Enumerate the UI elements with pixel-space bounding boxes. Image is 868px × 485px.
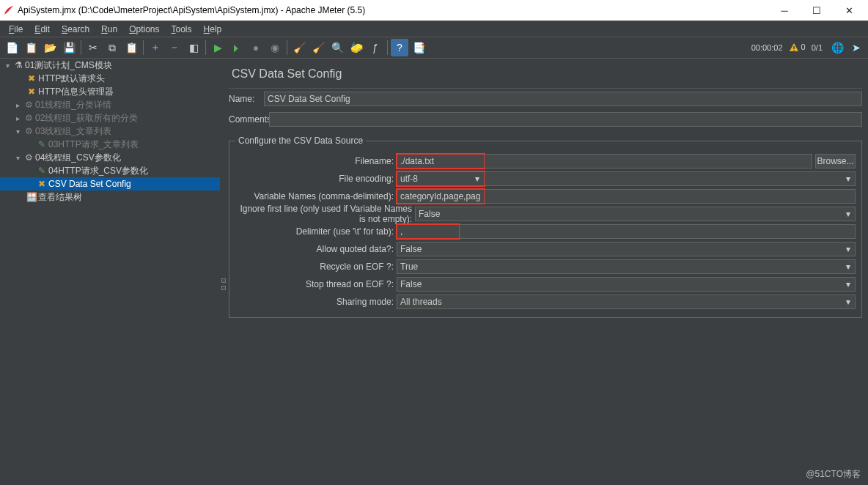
thread-group-icon: ⚙ bbox=[22, 126, 35, 136]
maximize-button[interactable]: ☐ bbox=[801, 0, 833, 21]
sampler-icon: ✎ bbox=[35, 139, 48, 149]
minimize-button[interactable]: ─ bbox=[768, 0, 801, 21]
varnames-field-hl[interactable]: categoryId,page,pageSize bbox=[397, 189, 485, 204]
name-row: Name: bbox=[229, 92, 862, 106]
tree-item[interactable]: 🪟 查看结果树 bbox=[0, 190, 220, 204]
csv-config-group: Configure the CSV Data Source Filename: … bbox=[229, 136, 862, 318]
paste-icon[interactable]: 📋 bbox=[122, 39, 140, 56]
name-input[interactable] bbox=[264, 92, 862, 106]
new-icon[interactable]: 📄 bbox=[3, 39, 21, 56]
menu-help[interactable]: Help bbox=[198, 23, 228, 36]
name-label: Name: bbox=[229, 94, 264, 104]
collapse-icon[interactable]: － bbox=[166, 39, 183, 56]
svg-rect-0 bbox=[793, 46, 794, 49]
stopthread-field[interactable]: False bbox=[397, 277, 856, 292]
function-helper-icon[interactable]: ƒ bbox=[367, 39, 384, 56]
thread-group-icon: ⚙ bbox=[22, 152, 35, 163]
toggle-icon[interactable]: ◧ bbox=[185, 39, 202, 56]
varnames-label: Variable Names (comma-delimited): bbox=[235, 191, 397, 201]
elapsed-time: 00:00:02 bbox=[751, 43, 783, 52]
sampler-icon: ✎ bbox=[35, 166, 48, 176]
config-panel: CSV Data Set Config Name: Comments: Conf… bbox=[226, 59, 868, 485]
encoding-label: File encoding: bbox=[235, 174, 397, 184]
search-tree-icon[interactable]: 🔍 bbox=[328, 39, 346, 56]
expand-icon[interactable]: ＋ bbox=[147, 39, 164, 56]
quoted-field[interactable]: False bbox=[397, 242, 856, 256]
quoted-label: Allow quoted data?: bbox=[235, 244, 397, 254]
cut-icon[interactable]: ✂ bbox=[84, 39, 102, 56]
ignorefirst-label: Ignore first line (only used if Variable… bbox=[235, 204, 415, 224]
recycle-field[interactable]: True bbox=[397, 259, 856, 274]
menu-bar: File Edit Search Run Options Tools Help bbox=[0, 21, 868, 37]
encoding-field-hl[interactable]: utf-8 bbox=[397, 171, 485, 186]
menu-search[interactable]: Search bbox=[56, 23, 95, 36]
delimiter-field-hl[interactable]: , bbox=[397, 224, 460, 239]
comments-row: Comments: bbox=[229, 112, 862, 127]
config-icon: ✖ bbox=[35, 179, 48, 189]
tree-item[interactable]: ✎ 03HTTP请求_文章列表 bbox=[0, 138, 220, 151]
toolbar: 📄 📋 📂 💾 ✂ ⧉ 📋 ＋ － ◧ ▶ ⏵ ● ◉ 🧹 🧹 🔍 🧽 ƒ ? … bbox=[0, 37, 868, 59]
shutdown-icon[interactable]: ◉ bbox=[266, 39, 284, 56]
save-icon[interactable]: 💾 bbox=[60, 39, 78, 56]
arrow-icon[interactable]: ➤ bbox=[847, 39, 865, 56]
comments-label: Comments: bbox=[229, 114, 269, 125]
ignorefirst-field[interactable]: False bbox=[415, 207, 856, 221]
help-icon[interactable]: ? bbox=[391, 39, 408, 56]
window-title: ApiSystem.jmx (D:\Code\JmeterProject\Api… bbox=[18, 5, 365, 15]
menu-edit[interactable]: Edit bbox=[29, 23, 56, 36]
watermark: @51CTO博客 bbox=[806, 468, 861, 481]
sharing-field[interactable]: All threads bbox=[397, 295, 856, 309]
test-plan-tree[interactable]: ▾⚗ 01测试计划_CMS模块 ✖ HTTP默认请求头 ✖ HTTP信息头管理器… bbox=[0, 59, 220, 485]
close-button[interactable]: ✕ bbox=[833, 0, 865, 21]
splitter[interactable] bbox=[220, 59, 226, 485]
start-icon[interactable]: ▶ bbox=[209, 39, 227, 56]
jmeter-feather-icon bbox=[3, 4, 15, 16]
tree-item[interactable]: ✖ HTTP默认请求头 bbox=[0, 72, 220, 85]
open-icon[interactable]: 📂 bbox=[41, 39, 59, 56]
clear-icon[interactable]: 🧹 bbox=[290, 39, 308, 56]
clear-all-icon[interactable]: 🧹 bbox=[309, 39, 327, 56]
templates2-icon[interactable]: 📑 bbox=[410, 39, 427, 56]
stopthread-label: Stop thread on EOF ?: bbox=[235, 279, 397, 289]
templates-icon[interactable]: 📋 bbox=[22, 39, 40, 56]
warnings-indicator[interactable]: 0 bbox=[789, 42, 806, 53]
listener-icon: 🪟 bbox=[25, 192, 38, 202]
tree-root[interactable]: ▾⚗ 01测试计划_CMS模块 bbox=[0, 59, 220, 72]
group-legend: Configure the CSV Data Source bbox=[235, 136, 366, 146]
menu-run[interactable]: Run bbox=[95, 23, 123, 36]
thread-group-icon: ⚙ bbox=[22, 113, 35, 123]
config-icon: ✖ bbox=[25, 73, 38, 84]
panel-title: CSV Data Set Config bbox=[229, 62, 862, 89]
recycle-label: Recycle on EOF ?: bbox=[235, 262, 397, 272]
reset-search-icon[interactable]: 🧽 bbox=[347, 39, 365, 56]
browse-button[interactable]: Browse... bbox=[815, 154, 856, 169]
menu-file[interactable]: File bbox=[3, 23, 29, 36]
flask-icon: ⚗ bbox=[12, 60, 25, 70]
tree-item-selected[interactable]: ✖ CSV Data Set Config bbox=[0, 177, 220, 190]
filename-field-hl[interactable]: ./data.txt bbox=[397, 154, 485, 169]
tree-item[interactable]: ✎ 04HTTP请求_CSV参数化 bbox=[0, 164, 220, 177]
title-bar: ApiSystem.jmx (D:\Code\JmeterProject\Api… bbox=[0, 0, 868, 21]
tree-item[interactable]: ✖ HTTP信息头管理器 bbox=[0, 85, 220, 98]
varnames-field-rest[interactable] bbox=[485, 189, 856, 204]
filename-field-rest[interactable] bbox=[485, 154, 812, 169]
globe-icon[interactable]: 🌐 bbox=[828, 39, 846, 56]
tree-item[interactable]: ▸⚙ 01线程组_分类详情 bbox=[0, 98, 220, 111]
menu-tools[interactable]: Tools bbox=[166, 23, 198, 36]
active-threads: 0/1 bbox=[812, 43, 823, 52]
delimiter-label: Delimiter (use '\t' for tab): bbox=[235, 226, 397, 237]
filename-label: Filename: bbox=[235, 156, 397, 166]
sharing-label: Sharing mode: bbox=[235, 297, 397, 307]
warning-icon bbox=[789, 42, 799, 53]
comments-input[interactable] bbox=[269, 112, 862, 127]
tree-item[interactable]: ▾⚙ 03线程组_文章列表 bbox=[0, 125, 220, 138]
tree-item[interactable]: ▸⚙ 02线程组_获取所有的分类 bbox=[0, 111, 220, 125]
encoding-field-rest[interactable] bbox=[485, 171, 856, 186]
copy-icon[interactable]: ⧉ bbox=[103, 39, 121, 56]
stop-icon[interactable]: ● bbox=[247, 39, 265, 56]
menu-options[interactable]: Options bbox=[123, 23, 165, 36]
thread-group-icon: ⚙ bbox=[22, 100, 35, 110]
tree-item[interactable]: ▾⚙ 04线程组_CSV参数化 bbox=[0, 151, 220, 164]
start-notimers-icon[interactable]: ⏵ bbox=[228, 39, 246, 56]
delimiter-field-rest[interactable] bbox=[460, 224, 856, 239]
